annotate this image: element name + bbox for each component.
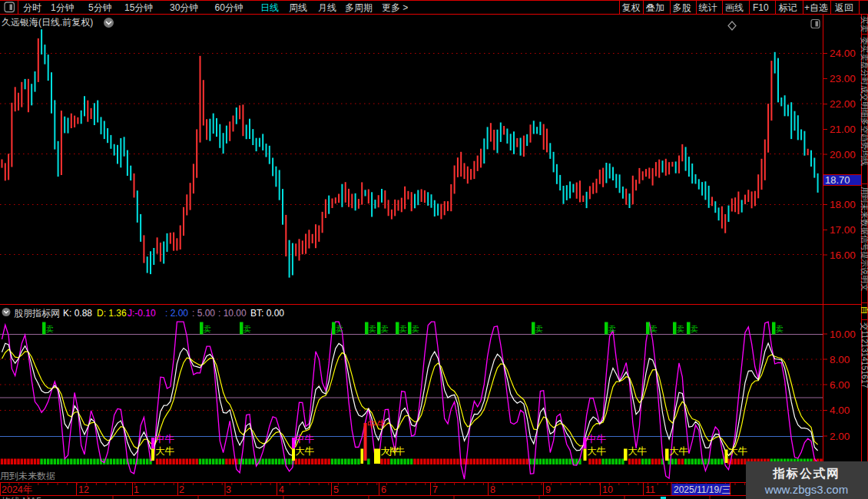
svg-text:卖: 卖 [244,325,251,333]
svg-text:大牛: 大牛 [295,446,315,457]
svg-text:21.00: 21.00 [830,124,856,135]
svg-text:卖: 卖 [412,325,419,333]
svg-text:6: 6 [381,484,386,495]
svg-text:久远银海(日线.前复权): 久远银海(日线.前复权) [2,17,93,28]
svg-text:指标公式网: 指标公式网 [772,467,840,480]
svg-text:: 10.00: : 10.00 [218,308,247,319]
svg-text:卖: 卖 [399,325,407,333]
svg-text:60分钟: 60分钟 [215,2,244,13]
svg-text:www.zbgs3.com: www.zbgs3.com [764,483,848,496]
svg-text:: 2.00: : 2.00 [165,308,188,319]
svg-text:复权: 复权 [622,2,641,13]
svg-text:自: 自 [860,306,868,315]
svg-text:月线: 月线 [318,2,336,13]
svg-text:: 5.00: : 5.00 [192,308,215,319]
svg-text:大牛: 大牛 [155,446,175,457]
svg-text:+自选: +自选 [804,2,828,13]
svg-text:11: 11 [645,484,655,495]
svg-text:返回: 返回 [835,2,853,13]
svg-text:叠加: 叠加 [646,2,664,13]
svg-text:18.70: 18.70 [825,174,850,186]
svg-text:J:-0.10: J:-0.10 [128,308,156,319]
svg-text:股朋指标网: 股朋指标网 [14,308,60,319]
svg-text:周线: 周线 [289,2,307,13]
svg-text:23.00: 23.00 [830,73,856,84]
svg-text:日线: 日线 [260,2,279,13]
svg-text:2.00: 2.00 [830,431,850,442]
svg-text:K: 0.88: K: 0.88 [63,308,92,319]
svg-text:均线 MA5: 均线 MA5 [1,496,41,499]
svg-text:卖: 卖 [204,325,211,333]
svg-text:BT: 0.00: BT: 0.00 [250,308,284,319]
svg-text:多股: 多股 [673,2,691,13]
svg-text:中牛: 中牛 [367,419,387,430]
svg-text:18.00: 18.00 [830,199,856,210]
svg-text:多周期: 多周期 [345,2,373,13]
svg-text:9: 9 [545,484,551,495]
svg-text:F10: F10 [753,2,769,13]
svg-text:10: 10 [602,484,613,495]
svg-text:22.00: 22.00 [830,98,856,110]
svg-text:统计: 统计 [699,2,717,13]
svg-text:用到未来数据: 用到未来数据 [0,471,55,481]
svg-text:8.00: 8.00 [830,354,850,365]
svg-text:卖: 卖 [650,325,658,333]
svg-text:卖: 卖 [677,325,684,333]
svg-text:8: 8 [490,484,495,495]
svg-text:小牛: 小牛 [386,446,406,457]
svg-text:标记: 标记 [779,2,797,13]
svg-text:1分钟: 1分钟 [51,2,75,13]
svg-text:20.00: 20.00 [830,149,856,160]
svg-text:更多 >: 更多 > [382,2,408,13]
svg-text:7: 7 [432,484,438,495]
svg-text:1: 1 [134,484,139,495]
svg-text:卖: 卖 [608,325,616,333]
svg-text:4.00: 4.00 [830,405,850,416]
svg-text:买卖: 买卖 [860,16,868,33]
svg-text:2025/11/19/三: 2025/11/19/三 [674,484,731,495]
svg-text:3: 3 [226,484,231,495]
svg-text:分时: 分时 [23,2,41,13]
svg-text:卖: 卖 [691,325,698,333]
svg-text:2024年: 2024年 [2,484,32,495]
svg-text:16.00: 16.00 [830,250,856,261]
svg-text:4: 4 [279,484,284,495]
svg-text:30分钟: 30分钟 [170,2,198,13]
svg-text:卖: 卖 [381,325,389,333]
svg-text:卖: 卖 [776,325,784,333]
svg-text:17.00: 17.00 [830,224,856,236]
svg-text:卖: 卖 [336,325,343,333]
svg-text:画线: 画线 [725,2,744,13]
svg-text:卖: 卖 [369,325,376,333]
svg-text:卖: 卖 [46,325,54,333]
svg-text:交1121314151617: 交1121314151617 [860,322,868,388]
svg-text:大牛: 大牛 [587,446,607,457]
svg-text:大牛: 大牛 [728,446,748,457]
svg-text:24.00: 24.00 [830,48,856,59]
svg-text:5: 5 [333,484,339,495]
svg-text:5分钟: 5分钟 [88,2,112,13]
svg-text:中牛: 中牛 [587,434,607,444]
svg-text:大牛: 大牛 [669,446,689,457]
svg-text:用到未来数据信号提示说明文: 用到未来数据信号提示说明文 [860,187,868,292]
svg-text:2: 2 [179,484,184,495]
svg-text:中牛: 中牛 [295,434,315,444]
svg-text:6.00: 6.00 [830,379,850,391]
svg-text:12: 12 [78,484,89,495]
svg-text:卖: 卖 [535,325,543,333]
svg-text:委买卖盘分时成交明细多空趋势均线: 委买卖盘分时成交明细多空趋势均线 [860,37,868,167]
svg-text:10.00: 10.00 [830,329,856,340]
svg-text:大牛: 大牛 [628,446,648,457]
svg-text:D: 1.36: D: 1.36 [97,308,127,319]
svg-text:中牛: 中牛 [155,434,175,444]
svg-text:15分钟: 15分钟 [124,2,153,13]
